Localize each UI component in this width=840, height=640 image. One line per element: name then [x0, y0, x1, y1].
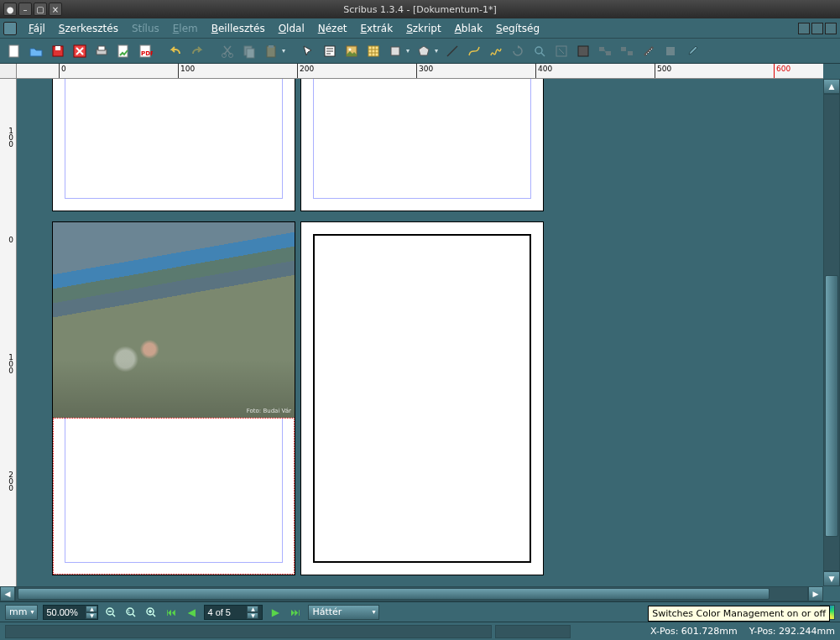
minimize-button[interactable]: –	[18, 3, 32, 16]
page-margin	[313, 79, 531, 199]
copy-props-icon[interactable]	[661, 42, 680, 60]
new-icon[interactable]	[5, 42, 23, 60]
measure-icon[interactable]	[639, 42, 658, 60]
horizontal-ruler[interactable]: 0 100 200 300 400 500 600	[17, 64, 823, 79]
zoom-input[interactable]: ▲▼	[43, 605, 98, 620]
paste-dropdown-icon[interactable]: ▾	[280, 42, 287, 60]
shape-dropdown-icon[interactable]: ▾	[404, 42, 411, 60]
copy-icon[interactable]	[240, 42, 258, 60]
select-tool-icon[interactable]	[299, 42, 317, 60]
page[interactable]	[301, 79, 543, 211]
bezier-icon[interactable]	[465, 42, 483, 60]
line-icon[interactable]	[443, 42, 462, 60]
pdf-icon[interactable]: PDF	[136, 42, 154, 60]
story-editor-icon[interactable]	[574, 42, 592, 60]
rotate-icon[interactable]	[509, 42, 527, 60]
edit-contents-icon[interactable]	[552, 42, 571, 60]
table-icon[interactable]	[364, 42, 383, 60]
app-icon[interactable]	[3, 22, 17, 35]
page[interactable]: Foto: Budai Vár	[53, 222, 295, 575]
menu-file[interactable]: Fájl	[22, 20, 52, 37]
eyedropper-icon[interactable]	[683, 42, 702, 60]
paste-icon[interactable]	[262, 42, 280, 60]
menu-edit[interactable]: Szerkesztés	[52, 20, 125, 37]
scroll-left-button[interactable]: ◀	[0, 586, 15, 601]
mdi-minimize-button[interactable]	[798, 23, 810, 34]
zoom-step-up[interactable]: ▲	[86, 606, 97, 612]
scroll-right-button[interactable]: ▶	[808, 586, 823, 601]
open-icon[interactable]	[27, 42, 45, 60]
canvas-viewport[interactable]: Foto: Budai Vár	[17, 79, 823, 586]
preflight-icon[interactable]	[114, 42, 133, 60]
svg-point-17	[349, 48, 352, 50]
cut-icon[interactable]	[218, 42, 237, 60]
menu-insert[interactable]: Beillesztés	[205, 20, 272, 37]
image-frame-icon[interactable]	[342, 42, 361, 60]
close-button[interactable]: ×	[49, 3, 62, 16]
photo-caption: Foto: Budai Vár	[247, 408, 291, 414]
zoom-step-down[interactable]: ▼	[86, 612, 97, 619]
page-step-down[interactable]: ▼	[247, 612, 258, 619]
page[interactable]	[53, 79, 295, 211]
status-xpos: X-Pos: 601.728mm	[650, 626, 738, 637]
page[interactable]	[301, 222, 543, 575]
menu-extras[interactable]: Extrák	[354, 20, 400, 37]
svg-text:PDF: PDF	[141, 50, 153, 57]
menu-help[interactable]: Segítség	[489, 20, 546, 37]
app-menu-icon[interactable]: ●	[3, 3, 17, 16]
mdi-restore-button[interactable]	[811, 23, 823, 34]
svg-rect-2	[55, 46, 60, 50]
page-step-up[interactable]: ▲	[247, 606, 258, 612]
zoom-in-icon[interactable]	[143, 605, 159, 620]
svg-rect-25	[621, 47, 626, 51]
menu-script[interactable]: Szkript	[399, 20, 447, 37]
empty-frame[interactable]	[313, 234, 531, 563]
zoom-icon[interactable]	[530, 42, 549, 60]
shape-icon[interactable]	[386, 42, 404, 60]
prev-page-button[interactable]: ◀	[184, 605, 199, 620]
text-frame-icon[interactable]	[321, 42, 339, 60]
menu-window[interactable]: Ablak	[448, 20, 489, 37]
scroll-track[interactable]	[15, 586, 808, 601]
redo-icon[interactable]	[188, 42, 206, 60]
ruler-origin[interactable]	[0, 64, 17, 79]
first-page-button[interactable]: ⏮	[164, 605, 179, 620]
page-input[interactable]: ▲▼	[204, 605, 263, 620]
page-field[interactable]	[205, 607, 247, 617]
mdi-close-button[interactable]	[825, 23, 837, 34]
undo-icon[interactable]	[166, 42, 185, 60]
scroll-down-button[interactable]: ▼	[823, 571, 840, 586]
scroll-track[interactable]	[823, 94, 840, 571]
svg-rect-23	[599, 47, 604, 51]
maximize-button[interactable]: ▢	[34, 3, 47, 16]
ruler-tick: 100	[8, 127, 13, 148]
unlink-frames-icon[interactable]	[618, 42, 636, 60]
vertical-scrollbar[interactable]: ▲ ▼	[823, 79, 840, 586]
horizontal-scrollbar[interactable]: ◀ ▶	[0, 586, 823, 601]
next-page-button[interactable]: ▶	[268, 605, 283, 620]
layer-selector[interactable]: Háttér▾	[308, 605, 379, 620]
menu-view[interactable]: Nézet	[311, 20, 354, 37]
polygon-icon[interactable]	[415, 42, 433, 60]
link-frames-icon[interactable]	[596, 42, 614, 60]
zoom-out-icon[interactable]	[103, 605, 118, 620]
zoom-100-icon[interactable]: 1	[123, 605, 138, 620]
last-page-button[interactable]: ⏭	[288, 605, 303, 620]
scroll-corner	[823, 586, 840, 601]
image-frame[interactable]: Foto: Budai Vár	[53, 222, 295, 418]
print-icon[interactable]	[92, 42, 111, 60]
scroll-thumb[interactable]	[825, 275, 838, 537]
unit-selector[interactable]: mm▾	[5, 605, 38, 620]
vertical-ruler[interactable]: 100 0 100 200	[0, 79, 17, 586]
svg-point-20	[535, 47, 542, 54]
freehand-icon[interactable]	[487, 42, 505, 60]
scroll-up-button[interactable]: ▲	[823, 79, 840, 94]
save-icon[interactable]	[49, 42, 67, 60]
aerial-city-photo	[53, 222, 295, 418]
close-doc-icon[interactable]	[70, 42, 89, 60]
menu-page[interactable]: Oldal	[272, 20, 311, 37]
polygon-dropdown-icon[interactable]: ▾	[433, 42, 440, 60]
scroll-thumb[interactable]	[18, 588, 770, 600]
selected-frame[interactable]	[53, 418, 295, 575]
zoom-field[interactable]	[44, 607, 86, 617]
